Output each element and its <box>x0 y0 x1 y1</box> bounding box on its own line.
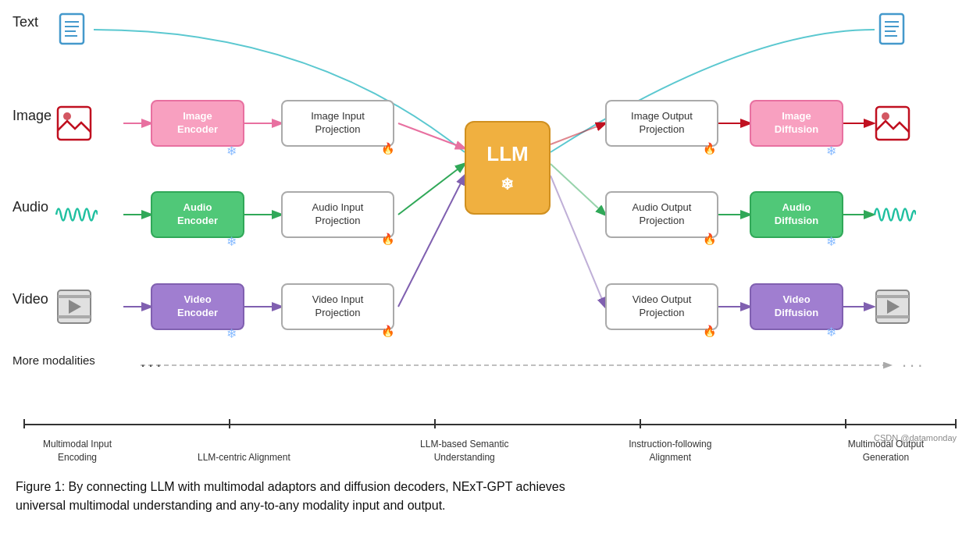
svg-line-3 <box>551 123 605 144</box>
label-more: More modalities <box>12 354 95 367</box>
label-video: Video <box>12 291 48 307</box>
image-output-projection-box: Image Output Projection <box>605 100 718 147</box>
video-encoder-label: Video Encoder <box>177 293 218 320</box>
out-proj-image-fire: 🔥 <box>703 142 716 155</box>
audio-output-projection-label: Audio Output Projection <box>633 201 692 228</box>
watermark: CSDN @datamonday <box>874 433 957 442</box>
bottom-label-d: Instruction-following Alignment <box>611 438 729 464</box>
image-input-projection-box: Image Input Projection <box>281 100 394 147</box>
caption-area: Figure 1: By connecting LLM with multimo… <box>16 478 964 515</box>
caption-line1: Figure 1: By connecting LLM with multimo… <box>16 478 964 496</box>
svg-rect-19 <box>60 14 84 44</box>
image-encoder-label: Image Encoder <box>177 110 218 137</box>
image-encoder-box: Image Encoder <box>151 100 244 147</box>
video-output-projection-box: Video Output Projection <box>605 283 718 330</box>
out-proj-video-fire: 🔥 <box>703 325 716 337</box>
bottom-label-b: LLM-centric Alignment <box>190 451 298 464</box>
svg-rect-35 <box>58 315 91 318</box>
svg-rect-38 <box>876 295 909 298</box>
timeline-bar <box>23 424 957 425</box>
svg-point-30 <box>63 112 71 120</box>
diff-audio-snowflake: ❄ <box>826 234 836 249</box>
svg-rect-24 <box>880 14 903 44</box>
image-input-projection-label: Image Input Projection <box>311 110 365 137</box>
svg-line-9 <box>551 164 605 215</box>
proj-image-fire: 🔥 <box>381 142 394 155</box>
video-input-projection-label: Video Input Projection <box>312 293 364 320</box>
audio-output-icon <box>873 199 916 230</box>
encoder-image-snowflake: ❄ <box>226 144 237 158</box>
svg-line-14 <box>398 176 465 307</box>
llm-label: LLM <box>486 141 528 168</box>
bottom-label-c: LLM-based Semantic Understanding <box>401 438 528 464</box>
audio-diffusion-label: Audio Diffusion <box>775 201 818 228</box>
video-output-icon <box>873 287 912 326</box>
video-input-projection-box: Video Input Projection <box>281 283 394 330</box>
audio-encoder-label: Audio Encoder <box>177 201 218 228</box>
audio-input-projection-label: Audio Input Projection <box>312 201 364 228</box>
diff-image-snowflake: ❄ <box>826 144 836 158</box>
diff-video-snowflake: ❄ <box>826 325 836 339</box>
text-output-icon <box>875 12 914 51</box>
out-proj-audio-fire: 🔥 <box>703 233 716 245</box>
audio-output-projection-box: Audio Output Projection <box>605 191 718 238</box>
video-diffusion-label: Video Diffusion <box>775 293 818 320</box>
text-input-icon <box>55 12 94 51</box>
svg-rect-39 <box>876 315 909 318</box>
video-diffusion-box: Video Diffusion <box>750 283 843 330</box>
audio-encoder-box: Audio Encoder <box>151 191 244 238</box>
tick-2 <box>434 419 436 428</box>
image-input-icon <box>55 104 94 143</box>
audio-diffusion-box: Audio Diffusion <box>750 191 843 238</box>
image-diffusion-box: Image Diffusion <box>750 100 843 147</box>
llm-box: LLM ❄ <box>465 121 551 215</box>
proj-video-fire: 🔥 <box>381 325 394 337</box>
tick-3 <box>640 419 641 428</box>
video-output-projection-label: Video Output Projection <box>633 293 692 320</box>
image-diffusion-label: Image Diffusion <box>775 110 818 137</box>
image-output-icon <box>873 104 912 143</box>
svg-rect-29 <box>58 107 91 140</box>
more-dots-right: ··· <box>902 355 925 375</box>
encoder-audio-snowflake: ❄ <box>226 234 237 249</box>
audio-input-projection-box: Audio Input Projection <box>281 191 394 238</box>
label-audio: Audio <box>12 199 48 215</box>
label-image: Image <box>12 108 52 124</box>
svg-line-8 <box>398 164 465 215</box>
proj-audio-fire: 🔥 <box>381 233 394 245</box>
llm-snowflake: ❄ <box>486 174 528 194</box>
svg-rect-31 <box>876 107 909 140</box>
encoder-video-snowflake: ❄ <box>226 326 237 341</box>
tick-1 <box>229 419 230 428</box>
svg-rect-34 <box>58 295 91 298</box>
tick-start <box>23 419 25 428</box>
bottom-label-a: Multimodal Input Encoding <box>23 438 131 464</box>
audio-input-icon <box>55 199 98 230</box>
label-text: Text <box>12 14 38 30</box>
svg-line-15 <box>551 176 605 307</box>
video-encoder-box: Video Encoder <box>151 283 244 330</box>
tick-end <box>955 419 957 428</box>
image-output-projection-label: Image Output Projection <box>631 110 693 137</box>
tick-4 <box>845 419 846 428</box>
caption-line2: universal multimodal understanding and a… <box>16 496 964 515</box>
video-input-icon <box>55 287 94 326</box>
more-dots-left: ··· <box>141 355 164 375</box>
svg-point-32 <box>882 112 889 120</box>
svg-line-2 <box>398 123 465 148</box>
